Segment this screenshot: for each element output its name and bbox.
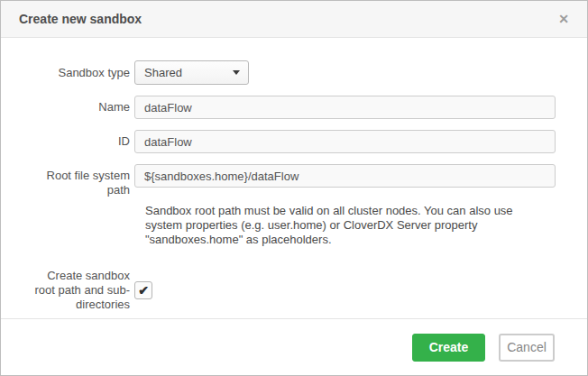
root-path-input[interactable]	[134, 164, 556, 188]
dialog-body: Sandbox type Shared Name ID Root file sy…	[1, 38, 587, 312]
root-path-help-line: "sandboxes.home" as placeholders.	[145, 233, 587, 247]
name-row: Name	[1, 96, 587, 119]
root-path-row: Root file system path	[1, 164, 587, 197]
id-row: ID	[1, 130, 587, 153]
create-sandbox-dialog: Create new sandbox ✕ Sandbox type Shared…	[0, 0, 588, 376]
name-label: Name	[28, 100, 130, 115]
checkmark-icon: ✔	[138, 283, 149, 298]
sandbox-type-row: Sandbox type Shared	[1, 60, 587, 85]
dialog-title: Create new sandbox	[19, 12, 558, 26]
cancel-button[interactable]: Cancel	[499, 334, 555, 362]
dialog-footer: Create Cancel	[1, 318, 587, 375]
sandbox-type-label: Sandbox type	[28, 66, 130, 80]
dialog-header: Create new sandbox ✕	[1, 1, 587, 38]
create-dirs-checkbox[interactable]: ✔	[134, 281, 152, 299]
sandbox-type-select[interactable]: Shared	[134, 60, 249, 85]
create-dirs-row: Create sandbox root path and sub-directo…	[1, 269, 587, 312]
root-path-label: Root file system path	[28, 164, 130, 197]
create-dirs-label: Create sandbox root path and sub-directo…	[28, 269, 130, 312]
root-path-help-line: Sandbox root path must be valid on all c…	[145, 204, 587, 218]
chevron-down-icon	[233, 70, 240, 75]
root-path-help: Sandbox root path must be valid on all c…	[145, 204, 587, 247]
sandbox-type-selected-value: Shared	[144, 66, 182, 79]
id-label: ID	[28, 134, 130, 149]
root-path-help-line: system properties (e.g. user.home) or Cl…	[145, 218, 587, 233]
id-input[interactable]	[134, 130, 556, 153]
create-button[interactable]: Create	[412, 334, 485, 362]
name-input[interactable]	[134, 96, 556, 119]
close-icon[interactable]: ✕	[558, 13, 569, 25]
